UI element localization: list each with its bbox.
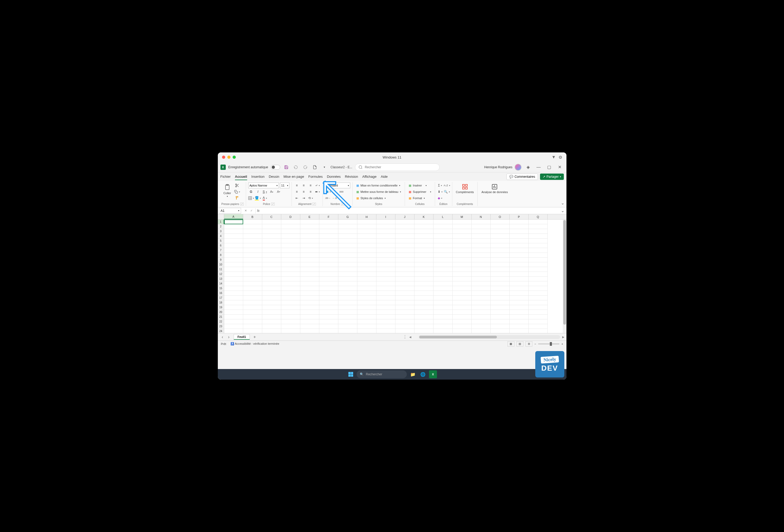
cell[interactable] <box>529 234 548 239</box>
cell[interactable] <box>452 229 472 234</box>
tab-données[interactable]: Données <box>327 174 341 180</box>
cell[interactable] <box>452 286 472 291</box>
cell[interactable] <box>262 248 281 253</box>
cell[interactable] <box>452 262 472 267</box>
cell[interactable] <box>338 262 357 267</box>
cell[interactable] <box>395 329 415 333</box>
number-launcher[interactable]: ⤢ <box>341 203 344 206</box>
column-header[interactable]: Q <box>529 214 548 219</box>
cell[interactable] <box>357 219 376 224</box>
cell[interactable] <box>319 234 338 239</box>
cell[interactable] <box>224 272 243 276</box>
row-header[interactable]: 9 <box>218 258 224 262</box>
cell[interactable] <box>281 253 300 258</box>
cell[interactable] <box>433 319 452 324</box>
scroll-right-button[interactable]: ▸ <box>562 334 564 339</box>
cell[interactable] <box>529 281 548 286</box>
tab-fichier[interactable]: Fichier <box>220 174 231 180</box>
cell[interactable] <box>338 224 357 229</box>
cell[interactable] <box>281 272 300 276</box>
cell[interactable] <box>243 229 262 234</box>
cell[interactable] <box>300 281 319 286</box>
file-explorer-icon[interactable]: 📁 <box>409 370 417 378</box>
borders-button[interactable] <box>248 195 254 201</box>
cell[interactable] <box>452 315 472 319</box>
cell[interactable] <box>395 296 415 300</box>
cell[interactable] <box>224 300 243 305</box>
excel-taskbar-icon[interactable]: X <box>429 370 437 378</box>
cell[interactable] <box>376 329 395 333</box>
vertical-scrollbar[interactable] <box>563 219 566 333</box>
cell[interactable] <box>262 239 281 243</box>
cell[interactable] <box>224 267 243 272</box>
cell[interactable] <box>338 291 357 296</box>
format-cells-button[interactable]: ▦Format▾ <box>407 195 426 201</box>
cell[interactable] <box>433 234 452 239</box>
cell[interactable] <box>452 296 472 300</box>
cell[interactable] <box>491 300 510 305</box>
cell[interactable] <box>510 248 529 253</box>
sheet-tab[interactable]: Feuil1 <box>234 334 250 340</box>
cell[interactable] <box>376 281 395 286</box>
cell[interactable] <box>395 276 415 281</box>
cell[interactable] <box>319 315 338 319</box>
cell[interactable] <box>357 329 376 333</box>
cell[interactable] <box>491 329 510 333</box>
decrease-font-button[interactable]: A▾ <box>276 189 281 195</box>
cell[interactable] <box>281 324 300 329</box>
cell[interactable] <box>224 243 243 248</box>
cell[interactable] <box>433 243 452 248</box>
cell[interactable] <box>510 305 529 310</box>
cell[interactable] <box>415 262 433 267</box>
expand-formula-bar[interactable]: ⌄ <box>559 208 566 213</box>
start-button[interactable] <box>347 371 355 378</box>
cell[interactable] <box>529 291 548 296</box>
cell[interactable] <box>281 229 300 234</box>
cell[interactable] <box>376 239 395 243</box>
row-header[interactable]: 14 <box>218 281 224 286</box>
row-header[interactable]: 13 <box>218 276 224 281</box>
cell[interactable] <box>338 305 357 310</box>
cell[interactable] <box>281 267 300 272</box>
wrap-text-button[interactable]: ⤶ <box>314 182 320 188</box>
cell[interactable] <box>300 329 319 333</box>
autosum-button[interactable]: Σ <box>437 182 443 188</box>
cell[interactable] <box>224 262 243 267</box>
column-header[interactable]: G <box>338 214 357 219</box>
cell[interactable] <box>243 319 262 324</box>
new-file-button[interactable] <box>311 164 318 171</box>
cell[interactable] <box>300 319 319 324</box>
cell[interactable] <box>529 305 548 310</box>
cell[interactable] <box>472 267 491 272</box>
cell[interactable] <box>395 253 415 258</box>
cell[interactable] <box>510 281 529 286</box>
cell[interactable] <box>415 305 433 310</box>
cell[interactable] <box>376 291 395 296</box>
cell[interactable] <box>395 315 415 319</box>
cell[interactable] <box>452 319 472 324</box>
cell[interactable] <box>376 296 395 300</box>
horizontal-scrollbar[interactable] <box>419 335 560 339</box>
cell[interactable] <box>452 305 472 310</box>
cell[interactable] <box>433 291 452 296</box>
cell[interactable] <box>491 267 510 272</box>
cell[interactable] <box>376 315 395 319</box>
normal-view-button[interactable]: ▦ <box>507 341 514 347</box>
cell-styles-button[interactable]: ▦Styles de cellules▾ <box>355 195 387 201</box>
cell[interactable] <box>433 300 452 305</box>
row-header[interactable]: 2 <box>218 224 224 229</box>
cell[interactable] <box>415 267 433 272</box>
cell[interactable] <box>472 224 491 229</box>
cell[interactable] <box>224 276 243 281</box>
cell[interactable] <box>529 324 548 329</box>
cell[interactable] <box>452 291 472 296</box>
cell[interactable] <box>433 272 452 276</box>
cell[interactable] <box>243 262 262 267</box>
cell[interactable] <box>338 324 357 329</box>
cell[interactable] <box>262 286 281 291</box>
cell[interactable] <box>529 239 548 243</box>
cell[interactable] <box>319 219 338 224</box>
cell[interactable] <box>510 324 529 329</box>
cell[interactable] <box>319 296 338 300</box>
cell[interactable] <box>300 253 319 258</box>
